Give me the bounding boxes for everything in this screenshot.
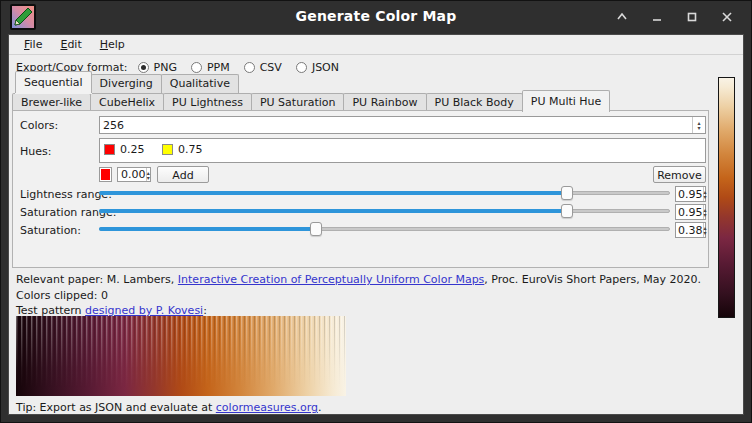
saturation-range-slider[interactable] bbox=[99, 204, 670, 218]
hue-value: 0.25 bbox=[120, 143, 145, 156]
remove-hue-button[interactable]: Remove bbox=[653, 166, 706, 183]
new-hue-color-button[interactable] bbox=[99, 167, 112, 182]
radio-png-icon[interactable] bbox=[138, 62, 149, 73]
app-window: Generate Color Map File Edit Help Exp bbox=[0, 0, 752, 423]
paper-suffix: , Proc. EuroVis Short Papers, May 2020. bbox=[484, 273, 701, 286]
radio-csv[interactable]: CSV bbox=[244, 61, 282, 74]
colors-label: Colors: bbox=[20, 119, 58, 132]
spinner-arrows-icon[interactable]: ▴▾ bbox=[692, 117, 705, 133]
radio-csv-label: CSV bbox=[260, 61, 282, 74]
test-pattern-stripes bbox=[16, 316, 346, 396]
spinner-arrows-icon[interactable]: ▴▾ bbox=[703, 223, 707, 237]
menu-file[interactable]: File bbox=[16, 36, 50, 53]
spinner-arrows-icon[interactable]: ▴▾ bbox=[703, 187, 707, 201]
hue-color-swatch bbox=[104, 144, 115, 155]
test-pattern-image bbox=[16, 316, 346, 396]
slider-fill bbox=[99, 227, 316, 231]
maximize-icon bbox=[685, 10, 699, 24]
tab-sequential[interactable]: Sequential bbox=[15, 71, 92, 93]
hue-value: 0.75 bbox=[178, 143, 203, 156]
tab-diverging[interactable]: Diverging bbox=[91, 74, 162, 93]
radio-json-label: JSON bbox=[312, 61, 339, 74]
radio-ppm-label: PPM bbox=[207, 61, 230, 74]
close-icon bbox=[720, 10, 734, 24]
slider-handle[interactable] bbox=[561, 204, 573, 218]
add-hue-button[interactable]: Add bbox=[157, 166, 209, 183]
minimize-button[interactable] bbox=[647, 7, 667, 27]
hue-list-item[interactable]: 0.25 bbox=[104, 143, 145, 156]
menu-edit[interactable]: Edit bbox=[52, 36, 89, 53]
radio-png-label: PNG bbox=[154, 61, 177, 74]
saturation-spinbox[interactable]: 0.38 ▴▾ bbox=[675, 222, 706, 238]
window-content: File Edit Help Export/Copy format: PNG P… bbox=[8, 34, 744, 415]
maximize-button[interactable] bbox=[682, 7, 702, 27]
colors-clipped-line: Colors clipped: 0 bbox=[16, 289, 108, 302]
saturation-value: 0.38 bbox=[676, 224, 703, 237]
radio-json[interactable]: JSON bbox=[296, 61, 339, 74]
tab-qualitative[interactable]: Qualitative bbox=[161, 74, 239, 93]
slider-fill bbox=[99, 209, 567, 213]
paper-line: Relevant paper: M. Lambers, Interactive … bbox=[16, 273, 701, 286]
new-hue-spinbox[interactable]: 0.00 ▴▾ bbox=[117, 167, 151, 182]
spinner-arrows-icon[interactable]: ▴▾ bbox=[703, 205, 707, 219]
lightness-range-spinbox[interactable]: 0.95 ▴▾ bbox=[675, 186, 706, 202]
paper-link[interactable]: Interactive Creation of Perceptually Uni… bbox=[178, 273, 485, 286]
slider-handle[interactable] bbox=[561, 186, 573, 200]
new-hue-value: 0.00 bbox=[118, 168, 146, 181]
lightness-range-slider[interactable] bbox=[99, 186, 670, 200]
hues-list[interactable]: 0.25 0.75 bbox=[99, 138, 706, 163]
saturation-slider[interactable] bbox=[99, 222, 670, 236]
colors-value: 256 bbox=[100, 119, 692, 132]
colormap-preview-bar bbox=[718, 77, 735, 318]
menubar: File Edit Help bbox=[9, 35, 743, 55]
tip-prefix: Tip: Export as JSON and evaluate at bbox=[16, 401, 216, 414]
radio-ppm[interactable]: PPM bbox=[191, 61, 230, 74]
hues-label: Hues: bbox=[20, 145, 51, 158]
radio-ppm-icon[interactable] bbox=[191, 62, 202, 73]
saturation-range-spinbox[interactable]: 0.95 ▴▾ bbox=[675, 204, 706, 220]
saturation-range-value: 0.95 bbox=[676, 206, 703, 219]
saturation-label: Saturation: bbox=[20, 224, 81, 237]
menu-help[interactable]: Help bbox=[92, 36, 133, 53]
radio-json-icon[interactable] bbox=[296, 62, 307, 73]
tip-link[interactable]: colormeasures.org bbox=[216, 401, 318, 414]
hue-list-item[interactable]: 0.75 bbox=[162, 143, 203, 156]
new-hue-color-swatch bbox=[101, 169, 110, 180]
tab-pu-multi-hue[interactable]: PU Multi Hue bbox=[522, 90, 611, 112]
tip-suffix: . bbox=[318, 401, 322, 414]
slider-handle[interactable] bbox=[310, 222, 322, 236]
main-tabbar: Sequential Diverging Qualitative bbox=[15, 74, 238, 93]
hue-color-swatch bbox=[162, 144, 173, 155]
shade-button[interactable] bbox=[612, 7, 632, 27]
paper-prefix: Relevant paper: M. Lambers, bbox=[16, 273, 178, 286]
titlebar[interactable]: Generate Color Map bbox=[1, 1, 751, 34]
radio-png[interactable]: PNG bbox=[138, 61, 177, 74]
spinner-arrows-icon[interactable]: ▴▾ bbox=[146, 168, 151, 181]
close-button[interactable] bbox=[717, 7, 737, 27]
tip-line: Tip: Export as JSON and evaluate at colo… bbox=[16, 401, 321, 414]
colors-spinbox[interactable]: 256 ▴▾ bbox=[99, 116, 706, 134]
chevron-up-icon bbox=[615, 10, 629, 24]
lightness-range-value: 0.95 bbox=[676, 188, 703, 201]
slider-fill bbox=[99, 191, 567, 195]
minimize-icon bbox=[650, 10, 664, 24]
radio-csv-icon[interactable] bbox=[244, 62, 255, 73]
pu-multi-hue-pane: Colors: 256 ▴▾ Hues: 0.25 0.75 bbox=[12, 110, 709, 268]
